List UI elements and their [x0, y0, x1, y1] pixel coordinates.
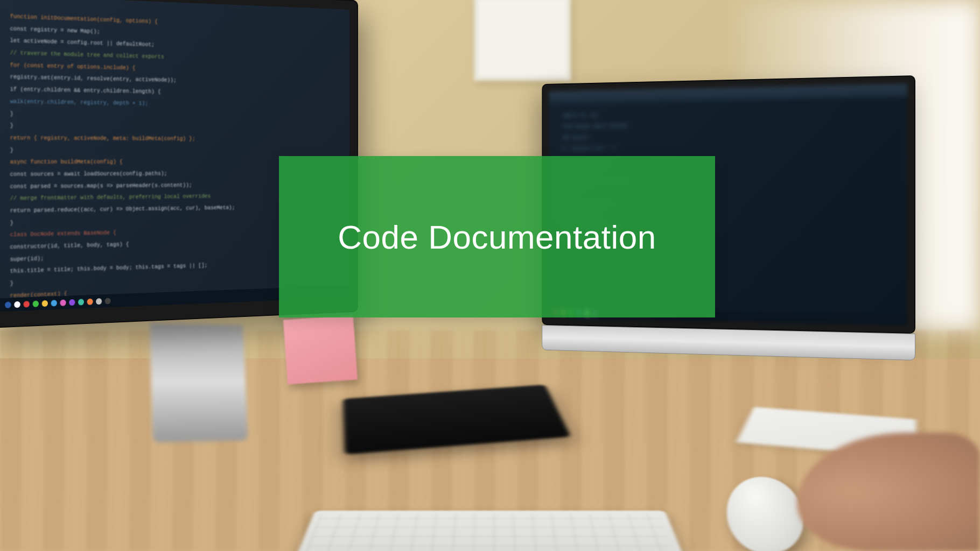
title-overlay: Code Documentation [279, 156, 715, 317]
code-line: return { registry, activeNode, meta: bui… [10, 133, 341, 144]
sticky-note [283, 315, 358, 385]
taskbar-dot-icon [5, 301, 11, 308]
taskbar-dot-icon [14, 301, 20, 307]
taskbar-dot-icon [60, 299, 66, 306]
white-keyboard [286, 511, 695, 551]
code-line: def main(): [563, 129, 892, 143]
code-line: } [10, 145, 341, 156]
taskbar-dot-icon [69, 299, 75, 306]
taskbar-dot-icon [105, 298, 111, 304]
taskbar-dot-icon [51, 300, 57, 306]
code-line: b = Builder(root='.') [563, 141, 892, 154]
taskbar-dot-icon [87, 298, 93, 305]
taskbar-dot-icon [96, 298, 102, 305]
left-monitor-stand [150, 323, 248, 442]
code-line: } [10, 109, 341, 122]
taskbar-dot-icon [78, 299, 84, 305]
wall-framed-document [474, 0, 571, 81]
code-line: } [10, 121, 341, 133]
title-text: Code Documentation [338, 218, 656, 256]
taskbar-dot-icon [33, 300, 39, 307]
taskbar-dot-icon [23, 301, 29, 307]
taskbar-dot-icon [42, 300, 48, 306]
